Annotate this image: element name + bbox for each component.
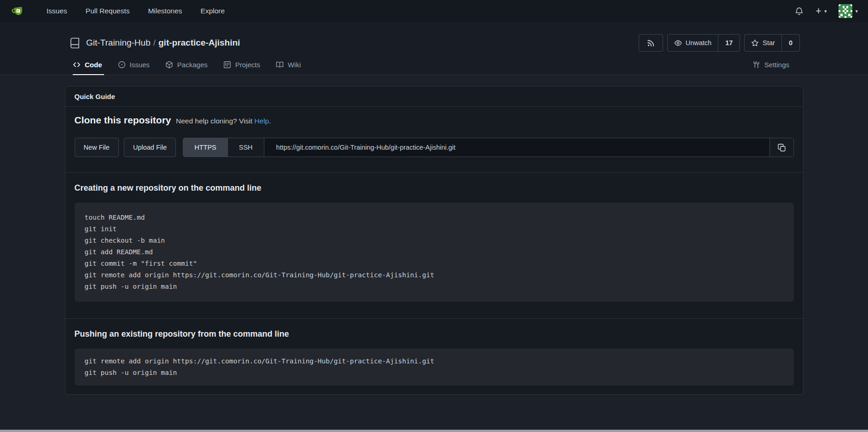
rss-feed-button[interactable] [639, 34, 663, 52]
clone-title: Clone this repository [75, 115, 171, 125]
tab-settings[interactable]: Settings [746, 61, 796, 75]
user-menu[interactable]: ▾ [839, 4, 858, 18]
new-file-button[interactable]: New File [75, 138, 119, 157]
code-line: git init [85, 223, 784, 235]
ssh-toggle-button[interactable]: SSH [228, 138, 264, 157]
tab-settings-label: Settings [764, 61, 789, 69]
clone-subtitle-text: Need help cloning? Visit [176, 117, 252, 125]
repo-name-link[interactable]: git-practice-Ajishini [158, 38, 240, 47]
breadcrumb-separator: / [151, 38, 158, 47]
notifications-bell-icon[interactable] [795, 7, 804, 16]
code-line: git remote add origin https://git.comori… [85, 269, 784, 281]
tab-wiki[interactable]: Wiki [269, 61, 307, 75]
repo-book-icon [69, 37, 81, 49]
create-repo-title: Creating a new repository on the command… [75, 183, 794, 193]
code-icon [73, 61, 81, 69]
copy-icon [777, 143, 786, 152]
main-content: Quick Guide Clone this repository Need h… [0, 75, 868, 395]
eye-icon [674, 39, 682, 47]
repo-actions: Unwatch 17 Star 0 [639, 34, 800, 52]
tab-packages[interactable]: Packages [159, 61, 214, 75]
unwatch-button[interactable]: Unwatch 17 [667, 34, 740, 52]
clone-toolbar: New File Upload File HTTPS SSH [75, 138, 794, 157]
tab-code-label: Code [85, 61, 102, 69]
tabs-left: Code Issues Packages Proj [73, 61, 307, 75]
settings-tools-icon [752, 61, 760, 69]
rss-icon [647, 39, 655, 47]
clone-heading-row: Clone this repository Need help cloning?… [75, 115, 794, 126]
unwatch-label: Unwatch [686, 39, 711, 47]
nav-item-explore[interactable]: Explore [192, 0, 234, 22]
tab-projects[interactable]: Projects [217, 61, 267, 75]
chevron-down-icon: ▾ [855, 9, 858, 14]
tab-projects-label: Projects [235, 61, 260, 69]
clone-section: Clone this repository Need help cloning?… [65, 107, 803, 172]
plus-icon: + [816, 6, 821, 16]
navbar-left: Issues Pull Requests Milestones Explore [11, 0, 234, 22]
clone-url-group: HTTPS SSH [183, 138, 793, 157]
panel-header: Quick Guide [65, 87, 803, 107]
repo-header: Git-Training-Hub/git-practice-Ajishini [0, 22, 868, 75]
repo-breadcrumb: Git-Training-Hub/git-practice-Ajishini [86, 38, 240, 48]
clone-subtitle-period: . [269, 117, 271, 125]
clone-subtitle: Need help cloning? Visit Help. [176, 117, 271, 125]
tab-code[interactable]: Code [73, 61, 109, 75]
avatar [839, 4, 852, 18]
clone-url-input[interactable] [264, 138, 769, 157]
code-line: git push -u origin main [85, 281, 784, 292]
stars-count[interactable]: 0 [781, 35, 799, 51]
repo-title-row: Git-Training-Hub/git-practice-Ajishini [0, 22, 868, 53]
repo-owner-link[interactable]: Git-Training-Hub [86, 38, 151, 47]
push-existing-code-block[interactable]: git remote add origin https://git.comori… [75, 349, 794, 385]
project-board-icon [223, 61, 231, 69]
push-existing-title: Pushing an existing repository from the … [75, 329, 794, 339]
package-cube-icon [165, 61, 173, 69]
tab-issues[interactable]: Issues [111, 61, 156, 75]
code-line: git remote add origin https://git.comori… [85, 356, 784, 367]
repo-title: Git-Training-Hub/git-practice-Ajishini [69, 37, 240, 49]
star-icon [751, 39, 759, 47]
create-new-menu[interactable]: + ▾ [816, 6, 827, 16]
copy-url-button[interactable] [769, 138, 793, 157]
top-navbar: Issues Pull Requests Milestones Explore … [0, 0, 868, 22]
nav-item-milestones[interactable]: Milestones [139, 0, 191, 22]
https-toggle-button[interactable]: HTTPS [183, 138, 228, 157]
code-line: git checkout -b main [85, 235, 784, 246]
star-label: Star [763, 39, 775, 47]
push-existing-section: Pushing an existing repository from the … [65, 318, 803, 394]
create-repo-section: Creating a new repository on the command… [65, 172, 803, 318]
upload-file-button[interactable]: Upload File [124, 138, 176, 157]
tab-packages-label: Packages [177, 61, 208, 69]
nav-item-issues[interactable]: Issues [37, 0, 76, 22]
horizontal-scrollbar[interactable] [0, 430, 868, 432]
navbar-right: + ▾ ▾ [795, 4, 858, 18]
tab-wiki-label: Wiki [288, 61, 301, 69]
nav-item-pull-requests[interactable]: Pull Requests [76, 0, 139, 22]
issue-circle-icon [118, 61, 126, 69]
chevron-down-icon: ▾ [824, 9, 827, 14]
star-button[interactable]: Star 0 [744, 34, 800, 52]
help-link[interactable]: Help [254, 117, 269, 125]
gitea-logo-icon[interactable] [11, 4, 25, 18]
code-line: git add README.md [85, 246, 784, 258]
code-line: git push -u origin main [85, 367, 784, 379]
create-repo-code-block[interactable]: touch README.md git init git checkout -b… [75, 203, 794, 302]
code-line: git commit -m "first commit" [85, 258, 784, 269]
quick-guide-panel: Quick Guide Clone this repository Need h… [65, 86, 804, 395]
repo-tabs: Code Issues Packages Proj [0, 53, 868, 75]
code-line: touch README.md [85, 212, 784, 223]
tab-issues-label: Issues [130, 61, 150, 69]
wiki-book-icon [276, 61, 284, 69]
watchers-count[interactable]: 17 [718, 35, 740, 51]
